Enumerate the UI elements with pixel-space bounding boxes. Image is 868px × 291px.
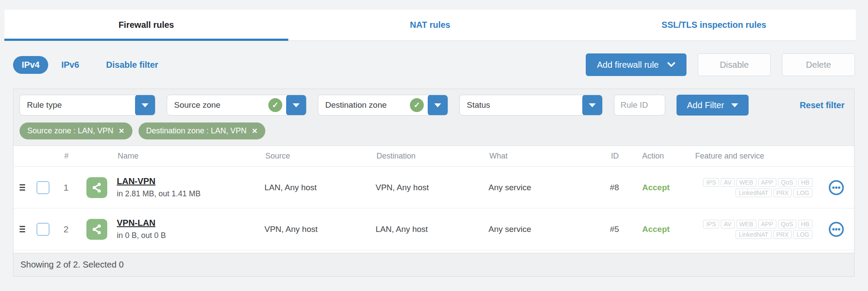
tab-firewall-rules[interactable]: Firewall rules	[4, 10, 288, 40]
header-destination: Destination	[376, 152, 488, 161]
drag-handle-icon	[20, 226, 25, 232]
feature-badge-line: LinkedNAT PRX LOG	[736, 230, 812, 239]
row-number: 1	[55, 182, 77, 193]
rule-name-link[interactable]: LAN-VPN	[117, 176, 155, 186]
dropdown-caret-icon[interactable]	[582, 95, 602, 116]
rule-source: VPN, Any host	[264, 225, 376, 234]
row-number: 2	[55, 224, 77, 235]
row-menu-cell	[818, 221, 854, 238]
rule-icon-cell	[77, 219, 117, 240]
feature-badge-line: IPS AV WEB APP QoS HB	[703, 178, 812, 187]
header-num: #	[55, 152, 77, 161]
rule-type-filter-label: Rule type	[20, 100, 135, 110]
filter-chip-row: Source zone : LAN, VPN ✕ Destination zon…	[20, 122, 848, 139]
disable-button[interactable]: Disable	[698, 53, 771, 76]
rule-id-input[interactable]	[614, 95, 665, 116]
close-icon[interactable]: ✕	[119, 127, 124, 135]
feature-badges: IPS AV WEB APP QoS HB LinkedNAT PRX LOG	[688, 178, 818, 197]
rule-action: Accept	[632, 225, 688, 234]
filter-chip-destination-zone[interactable]: Destination zone : LAN, VPN ✕	[139, 122, 266, 139]
status-filter-label: Status	[460, 100, 582, 110]
row-menu-button[interactable]	[828, 179, 845, 196]
header-what: What	[488, 152, 597, 161]
check-icon: ✓	[268, 98, 282, 112]
results-summary: Showing 2 of 2. Selected 0	[20, 260, 124, 270]
feature-badge: PRX	[773, 188, 792, 197]
row-checkbox[interactable]	[36, 223, 50, 236]
filter-chip-source-zone[interactable]: Source zone : LAN, VPN ✕	[20, 122, 132, 139]
row-checkbox[interactable]	[36, 181, 50, 194]
source-zone-filter-select[interactable]: Source zone ✓	[167, 95, 307, 116]
add-filter-button[interactable]: Add Filter	[677, 95, 749, 116]
status-filter-select[interactable]: Status	[459, 95, 603, 116]
delete-button[interactable]: Delete	[782, 53, 855, 76]
ellipsis-icon	[828, 179, 845, 196]
rule-traffic: in 0 B, out 0 B	[117, 231, 264, 240]
ipv6-toggle[interactable]: IPv6	[61, 60, 79, 70]
add-firewall-rule-button[interactable]: Add firewall rule	[586, 53, 686, 76]
tab-ssl-tls-inspection-rules[interactable]: SSL/TLS inspection rules	[572, 10, 856, 40]
rule-name-link[interactable]: VPN-LAN	[117, 218, 155, 228]
rule-source: LAN, Any host	[264, 183, 376, 192]
row-menu-button[interactable]	[828, 221, 845, 238]
feature-badge: QoS	[778, 178, 796, 187]
drag-handle[interactable]	[13, 226, 31, 232]
rule-icon-cell	[77, 177, 117, 198]
feature-badge: AV	[721, 220, 735, 228]
header-feature-and-service: Feature and service	[688, 152, 818, 161]
table-header: # Name Source Destination What ID Action…	[13, 146, 854, 167]
header-action: Action	[632, 152, 688, 161]
feature-badge-line: LinkedNAT PRX LOG	[736, 188, 812, 197]
feature-badge: APP	[758, 178, 776, 187]
feature-badge: APP	[758, 220, 776, 228]
chevron-down-icon	[667, 62, 675, 67]
feature-badge: LOG	[793, 230, 812, 239]
feature-badge: LinkedNAT	[736, 188, 771, 197]
destination-zone-filter-select[interactable]: Destination zone ✓	[318, 95, 448, 116]
feature-badge: QoS	[778, 220, 796, 228]
row-checkbox-cell	[31, 223, 55, 236]
add-filter-label: Add Filter	[687, 100, 724, 110]
table-footer: Showing 2 of 2. Selected 0	[13, 253, 854, 276]
source-zone-filter-label: Source zone	[167, 100, 268, 110]
feature-badge: AV	[721, 178, 735, 187]
dropdown-caret-icon[interactable]	[286, 95, 306, 116]
feature-badge: LinkedNAT	[736, 230, 771, 239]
ellipsis-icon	[828, 221, 845, 238]
feature-badge: PRX	[773, 230, 792, 239]
filter-chip-label: Destination zone : LAN, VPN	[146, 126, 247, 136]
header-name: Name	[117, 152, 264, 161]
firewall-rules-page: Firewall rules NAT rules SSL/TLS inspect…	[0, 0, 868, 291]
row-menu-cell	[818, 179, 854, 196]
tab-nat-rules[interactable]: NAT rules	[288, 10, 572, 40]
rule-traffic: in 2.81 MB, out 1.41 MB	[117, 189, 264, 198]
ipv4-toggle[interactable]: IPv4	[13, 56, 48, 74]
rule-type-filter-select[interactable]: Rule type	[20, 95, 155, 116]
feature-badges: IPS AV WEB APP QoS HB LinkedNAT PRX LOG	[688, 220, 818, 239]
rule-destination: LAN, Any host	[376, 225, 488, 234]
filter-row: Rule type Source zone ✓ Destination zone…	[20, 95, 848, 116]
rule-id: #8	[597, 183, 632, 192]
drag-handle[interactable]	[13, 184, 31, 191]
feature-badge: LOG	[793, 188, 812, 197]
check-icon: ✓	[410, 98, 424, 112]
rule-what: Any service	[488, 183, 597, 192]
filter-area: Rule type Source zone ✓ Destination zone…	[13, 89, 854, 146]
tab-bar: Firewall rules NAT rules SSL/TLS inspect…	[4, 10, 856, 41]
dropdown-caret-icon[interactable]	[135, 95, 155, 116]
table-row: 2 VPN-LAN in 0 B, out 0 B VPN, Any host …	[13, 208, 854, 250]
rule-name-cell: LAN-VPN in 2.81 MB, out 1.41 MB	[117, 176, 264, 198]
rule-id: #5	[597, 225, 632, 234]
disable-filter-link[interactable]: Disable filter	[106, 60, 158, 70]
dropdown-caret-icon[interactable]	[428, 95, 448, 116]
rules-panel: Rule type Source zone ✓ Destination zone…	[13, 89, 855, 277]
rule-what: Any service	[488, 225, 597, 234]
feature-badge: IPS	[703, 178, 719, 187]
add-firewall-rule-label: Add firewall rule	[597, 60, 659, 70]
reset-filter-link[interactable]: Reset filter	[800, 100, 848, 110]
destination-zone-filter-label: Destination zone	[318, 100, 410, 110]
feature-badge: WEB	[736, 220, 756, 228]
feature-badge: HB	[798, 178, 812, 187]
close-icon[interactable]: ✕	[252, 127, 257, 135]
header-source: Source	[264, 152, 376, 161]
